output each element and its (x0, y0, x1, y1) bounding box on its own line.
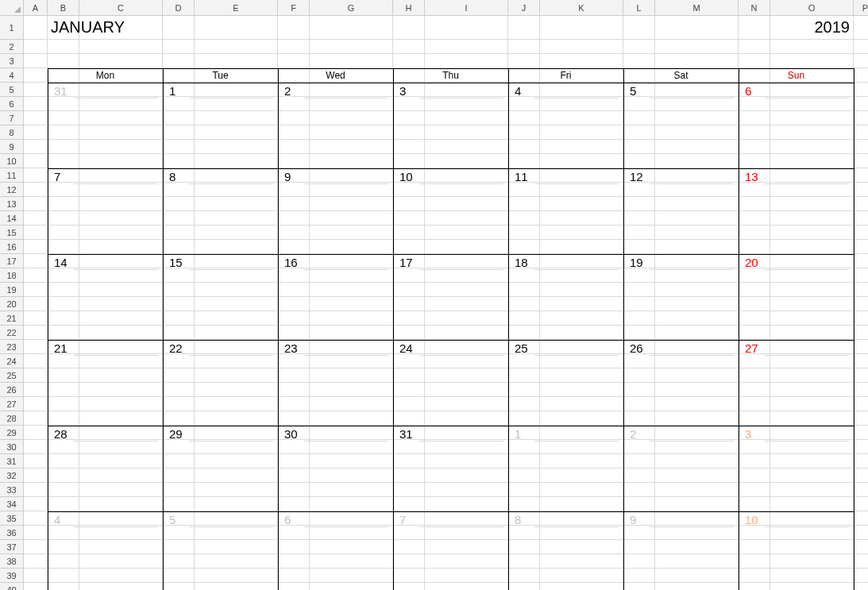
cell-J38[interactable] (508, 554, 540, 569)
cell-H15[interactable] (393, 226, 425, 240)
cell-G15[interactable] (310, 226, 393, 240)
row-header-32[interactable]: 32 (0, 469, 24, 483)
cell-E15[interactable] (195, 226, 278, 240)
cell-A4[interactable] (24, 68, 48, 83)
cell-G3[interactable] (310, 54, 393, 68)
cell-C27[interactable] (79, 397, 163, 411)
calendar-day[interactable]: 6 (278, 511, 393, 540)
cell-D26[interactable] (163, 383, 195, 397)
cell-I16[interactable] (425, 240, 508, 254)
calendar-day[interactable]: 15 (163, 254, 278, 283)
cell-P38[interactable] (854, 554, 868, 569)
cell-F14[interactable] (278, 211, 310, 226)
row-header-23[interactable]: 23 (0, 340, 24, 354)
cell-M39[interactable] (655, 569, 739, 583)
cell-G21[interactable] (310, 311, 393, 326)
cell-G26[interactable] (310, 383, 393, 397)
row-header-30[interactable]: 30 (0, 440, 24, 454)
cell-F19[interactable] (278, 283, 310, 297)
cell-A17[interactable] (24, 254, 48, 268)
calendar-day[interactable]: 1 (508, 426, 623, 454)
cell-N37[interactable] (739, 540, 770, 554)
cell-J27[interactable] (508, 397, 540, 411)
cell-A29[interactable] (24, 426, 48, 440)
calendar-day[interactable]: 22 (163, 340, 278, 368)
cell-E13[interactable] (195, 197, 278, 211)
cell-B20[interactable] (48, 297, 79, 311)
row-header-15[interactable]: 15 (0, 226, 24, 240)
cell-E34[interactable] (195, 497, 278, 511)
cell-H1[interactable] (393, 16, 425, 40)
cell-K34[interactable] (540, 497, 623, 511)
cell-B26[interactable] (48, 383, 79, 397)
calendar-day[interactable]: 31 (48, 83, 163, 111)
cell-O32[interactable] (770, 469, 854, 483)
cell-O16[interactable] (770, 240, 854, 254)
cell-H8[interactable] (393, 125, 425, 140)
cell-A33[interactable] (24, 483, 48, 497)
cell-E2[interactable] (195, 40, 278, 54)
cell-G1[interactable] (310, 16, 393, 40)
cell-J14[interactable] (508, 211, 540, 226)
cell-L40[interactable] (623, 583, 655, 590)
cell-H20[interactable] (393, 297, 425, 311)
cell-J33[interactable] (508, 483, 540, 497)
cell-C10[interactable] (79, 154, 163, 168)
cell-C1[interactable] (79, 16, 163, 40)
cell-B40[interactable] (48, 583, 79, 590)
calendar-day[interactable]: 10 (393, 168, 508, 197)
cell-M16[interactable] (655, 240, 739, 254)
cell-G2[interactable] (310, 40, 393, 54)
row-header-22[interactable]: 22 (0, 326, 24, 340)
cell-J39[interactable] (508, 569, 540, 583)
cell-E16[interactable] (195, 240, 278, 254)
cell-A18[interactable] (24, 268, 48, 283)
cell-D27[interactable] (163, 397, 195, 411)
row-header-18[interactable]: 18 (0, 268, 24, 283)
cell-B22[interactable] (48, 326, 79, 340)
cell-E32[interactable] (195, 469, 278, 483)
cell-G40[interactable] (310, 583, 393, 590)
row-header-10[interactable]: 10 (0, 154, 24, 168)
cell-G39[interactable] (310, 569, 393, 583)
cell-G25[interactable] (310, 368, 393, 383)
cell-C33[interactable] (79, 483, 163, 497)
cell-D32[interactable] (163, 469, 195, 483)
cell-M32[interactable] (655, 469, 739, 483)
cell-H25[interactable] (393, 368, 425, 383)
cell-H40[interactable] (393, 583, 425, 590)
cell-A34[interactable] (24, 497, 48, 511)
cell-L26[interactable] (623, 383, 655, 397)
cell-K40[interactable] (540, 583, 623, 590)
cell-L25[interactable] (623, 368, 655, 383)
cell-N19[interactable] (739, 283, 770, 297)
cell-K15[interactable] (540, 226, 623, 240)
calendar-day[interactable]: 4 (508, 83, 623, 111)
cell-H10[interactable] (393, 154, 425, 168)
cell-E37[interactable] (195, 540, 278, 554)
cell-I15[interactable] (425, 226, 508, 240)
cell-A9[interactable] (24, 140, 48, 154)
cell-E40[interactable] (195, 583, 278, 590)
cell-G31[interactable] (310, 454, 393, 469)
cell-A39[interactable] (24, 569, 48, 583)
cell-H2[interactable] (393, 40, 425, 54)
cell-P23[interactable] (854, 340, 868, 354)
cell-D20[interactable] (163, 297, 195, 311)
cell-D2[interactable] (163, 40, 195, 54)
row-header-24[interactable]: 24 (0, 354, 24, 368)
column-header-D[interactable]: D (163, 0, 195, 16)
row-header-4[interactable]: 4 (0, 68, 24, 83)
cell-J1[interactable] (508, 16, 540, 40)
cell-P18[interactable] (854, 268, 868, 283)
cell-D31[interactable] (163, 454, 195, 469)
calendar-day[interactable]: 7 (393, 511, 508, 540)
column-header-I[interactable]: I (425, 0, 508, 16)
cell-H21[interactable] (393, 311, 425, 326)
cell-E3[interactable] (195, 54, 278, 68)
column-header-H[interactable]: H (393, 0, 425, 16)
cell-G7[interactable] (310, 111, 393, 125)
cell-J31[interactable] (508, 454, 540, 469)
cell-O8[interactable] (770, 125, 854, 140)
cell-M7[interactable] (655, 111, 739, 125)
